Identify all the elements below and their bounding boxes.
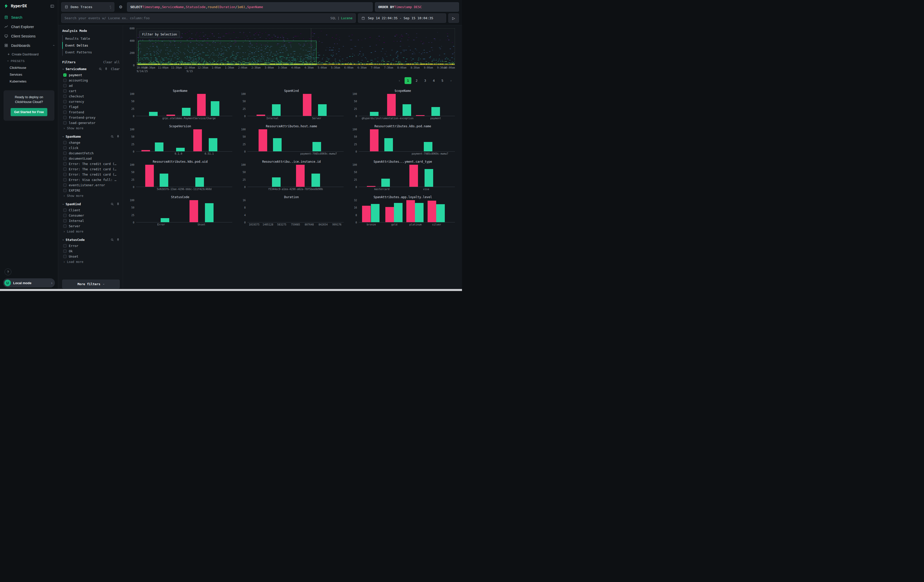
checkbox-icon[interactable] xyxy=(63,168,66,171)
facet-option-consumer[interactable]: Consumer xyxy=(62,213,120,218)
bar-pink[interactable] xyxy=(409,165,418,187)
language-toggle[interactable]: SQL | Lucene xyxy=(330,16,352,20)
bar-pink[interactable] xyxy=(257,115,265,116)
order-by[interactable]: ORDER BY Timestamp DESC xyxy=(375,2,459,12)
facet-option-checkout[interactable]: checkout xyxy=(62,94,120,99)
bar-green[interactable] xyxy=(381,179,390,187)
more-filters-button[interactable]: More filters › xyxy=(62,280,120,289)
bar-green[interactable] xyxy=(205,203,214,222)
pin-icon[interactable] xyxy=(104,67,108,71)
search-icon[interactable] xyxy=(111,135,114,138)
analysis-mode-event-deltas[interactable]: Event Deltas xyxy=(62,42,120,49)
bar-green[interactable] xyxy=(318,104,327,116)
checkbox-icon[interactable] xyxy=(63,224,66,228)
bar-green[interactable] xyxy=(431,107,440,116)
bar-green[interactable] xyxy=(371,204,380,223)
facet-option-error[interactable]: Error xyxy=(62,243,120,249)
pin-icon[interactable] xyxy=(116,238,120,241)
analysis-mode-event-patterns[interactable]: Event Patterns xyxy=(62,49,120,56)
bar-green[interactable] xyxy=(403,104,411,116)
search-icon[interactable] xyxy=(99,67,102,71)
preset-kubernetes[interactable]: Kubernetes xyxy=(0,78,58,85)
pagination-page-5[interactable]: 5 xyxy=(439,77,446,84)
checkbox-icon[interactable] xyxy=(63,208,66,212)
chevron-down-icon[interactable]: › xyxy=(62,136,65,137)
checkbox-icon[interactable] xyxy=(63,173,66,176)
filter-by-selection-button[interactable]: Filter by Selection xyxy=(139,31,180,38)
facet-option-error-the-credit-card[interactable]: Error: The credit card (… xyxy=(62,161,120,167)
facet-option-server[interactable]: Server xyxy=(62,223,120,229)
pin-icon[interactable] xyxy=(116,135,120,138)
chevron-down-icon[interactable]: › xyxy=(62,203,65,205)
checkbox-icon[interactable] xyxy=(63,141,66,144)
facet-more-link[interactable]: › Load more xyxy=(62,259,120,264)
facet-more-link[interactable]: › Show more xyxy=(62,193,120,198)
bar-green[interactable] xyxy=(182,108,191,116)
bar-pink[interactable] xyxy=(385,207,394,222)
facet-option-documentfetch[interactable]: documentFetch xyxy=(62,150,120,156)
pagination-page-4[interactable]: 4 xyxy=(431,77,437,84)
bar-pink[interactable] xyxy=(416,115,424,116)
checkbox-icon[interactable] xyxy=(63,189,66,192)
pin-icon[interactable] xyxy=(116,203,120,206)
checkbox-icon[interactable] xyxy=(63,100,66,103)
bar-green[interactable] xyxy=(195,177,204,187)
bar-green[interactable] xyxy=(370,112,378,116)
search-input[interactable] xyxy=(64,16,328,20)
facet-more-link[interactable]: › Load more xyxy=(62,229,120,233)
settings-gear-icon[interactable]: ⚙ xyxy=(117,2,125,12)
facet-option-currency[interactable]: currency xyxy=(62,99,120,104)
bar-pink[interactable] xyxy=(193,129,202,151)
checkbox-icon[interactable] xyxy=(63,121,66,125)
analysis-mode-results-table[interactable]: Results Table xyxy=(62,35,120,42)
facet-option-load-generator[interactable]: load-generator xyxy=(62,120,120,125)
sql-query[interactable]: SELECT Timestamp, ServiceName, StatusCod… xyxy=(127,2,373,12)
heatmap-selection[interactable] xyxy=(138,41,317,65)
facet-option-unset[interactable]: Unset xyxy=(62,254,120,259)
sidebar-collapse-icon[interactable] xyxy=(50,4,54,8)
bar-green[interactable] xyxy=(415,203,424,222)
checkbox-icon[interactable] xyxy=(63,84,66,87)
facet-option-frontend[interactable]: frontend xyxy=(62,110,120,115)
search-icon[interactable] xyxy=(111,203,114,206)
facet-option-error-visa-cache-full[interactable]: Error: Visa cache full: … xyxy=(62,177,120,183)
date-range-picker[interactable]: Sep 14 22:04:35 - Sep 15 10:04:35 xyxy=(358,13,446,23)
bar-green[interactable] xyxy=(211,101,219,116)
checkbox-icon[interactable] xyxy=(63,244,66,247)
bar-pink[interactable] xyxy=(190,200,198,222)
facet-option-click[interactable]: click xyxy=(62,145,120,150)
checkbox-icon[interactable] xyxy=(63,110,66,114)
clear-all-button[interactable]: Clear all xyxy=(103,61,120,64)
nav-item-dashboards[interactable]: Dashboards › xyxy=(0,41,58,50)
facet-option-ad[interactable]: ad xyxy=(62,83,120,88)
checkbox-icon[interactable] xyxy=(63,157,66,160)
pagination-page-1[interactable]: 1 xyxy=(404,77,411,84)
bar-green[interactable] xyxy=(424,142,432,151)
bar-green[interactable] xyxy=(209,138,217,151)
facet-option-error-the-credit-card[interactable]: Error: The credit card (… xyxy=(62,167,120,172)
facet-option-cart[interactable]: cart xyxy=(62,88,120,94)
facet-clear-button[interactable]: Clear xyxy=(111,67,120,71)
bar-green[interactable] xyxy=(424,169,433,187)
bar-green[interactable] xyxy=(176,148,185,151)
bar-pink[interactable] xyxy=(167,115,175,116)
bar-pink[interactable] xyxy=(387,94,396,116)
bar-pink[interactable] xyxy=(362,206,371,222)
chevron-down-icon[interactable]: › xyxy=(62,239,65,241)
facet-option-expire[interactable]: EXPIRE xyxy=(62,188,120,193)
sql-mode-label[interactable]: SQL xyxy=(330,16,336,20)
facet-option-error-the-credit-card[interactable]: Error: The credit card (… xyxy=(62,172,120,177)
pagination-next-button[interactable]: › xyxy=(447,77,454,84)
bar-green[interactable] xyxy=(436,204,445,222)
checkbox-icon[interactable] xyxy=(63,162,66,165)
checkbox-icon[interactable] xyxy=(63,146,66,150)
facet-option-flagd[interactable]: flagd xyxy=(62,104,120,110)
checkbox-icon[interactable] xyxy=(63,219,66,223)
bar-pink[interactable] xyxy=(142,150,150,151)
facet-option-accounting[interactable]: accounting xyxy=(62,77,120,83)
bar-green[interactable] xyxy=(312,142,321,151)
checkbox-icon[interactable] xyxy=(63,214,66,217)
checkbox-icon[interactable] xyxy=(63,105,66,109)
heatmap-plot[interactable]: Filter by Selection xyxy=(137,28,455,65)
facet-option-frontend-proxy[interactable]: frontend-proxy xyxy=(62,115,120,120)
